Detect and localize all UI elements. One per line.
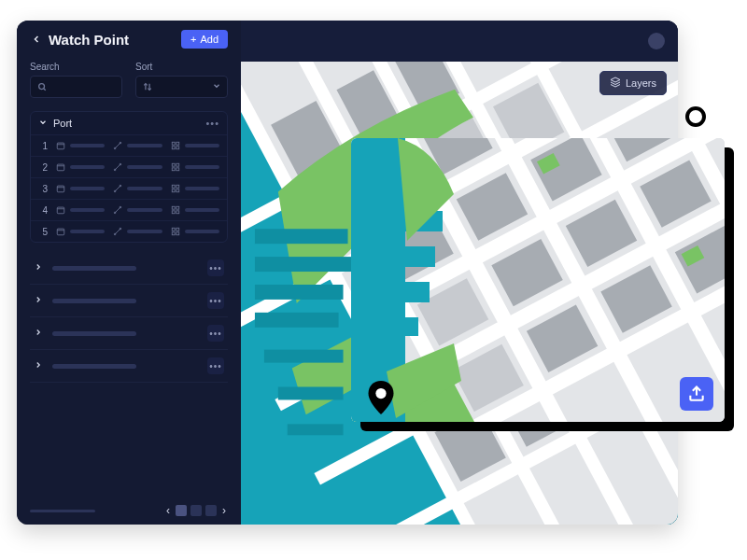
- route-icon: [112, 140, 123, 151]
- back-icon[interactable]: [30, 33, 43, 46]
- more-icon[interactable]: •••: [207, 357, 224, 374]
- group-header[interactable]: Port •••: [31, 112, 227, 134]
- svg-rect-16: [172, 163, 175, 166]
- sort-filter: Sort: [135, 62, 228, 98]
- group-port: Port ••• 1 2 3 4: [30, 111, 228, 243]
- chevron-right-icon: [34, 360, 45, 371]
- svg-rect-80: [288, 424, 344, 435]
- svg-rect-119: [351, 351, 402, 368]
- table-row[interactable]: 5: [31, 220, 227, 242]
- popout-card[interactable]: [351, 138, 725, 422]
- svg-rect-24: [172, 185, 175, 188]
- svg-rect-33: [176, 206, 178, 209]
- grid-icon: [170, 226, 181, 237]
- page-prev-icon[interactable]: ‹: [164, 504, 172, 517]
- placeholder-bar: [127, 144, 162, 147]
- svg-rect-17: [176, 163, 178, 166]
- add-button[interactable]: + Add: [181, 30, 228, 49]
- placeholder-bar: [70, 144, 105, 147]
- svg-line-1: [44, 89, 46, 91]
- placeholder-bar: [185, 144, 219, 147]
- sidebar-header: Watch Point + Add: [30, 30, 228, 49]
- table-row[interactable]: 3: [31, 177, 227, 199]
- group-collapsed[interactable]: •••: [30, 317, 228, 350]
- svg-rect-27: [176, 189, 178, 192]
- svg-rect-75: [255, 257, 358, 272]
- route-icon: [112, 161, 123, 173]
- placeholder-bar: [30, 510, 95, 512]
- svg-rect-35: [176, 211, 178, 214]
- sidebar: Watch Point + Add Search Sort: [17, 21, 241, 525]
- svg-rect-74: [255, 229, 348, 244]
- chevron-right-icon: [34, 328, 45, 339]
- svg-rect-40: [172, 228, 175, 231]
- chevron-down-icon: [212, 81, 221, 92]
- export-button[interactable]: [680, 377, 713, 411]
- svg-rect-34: [172, 211, 175, 214]
- more-icon[interactable]: •••: [207, 325, 224, 342]
- search-label: Search: [30, 62, 122, 72]
- row-index: 1: [38, 141, 48, 151]
- svg-point-120: [375, 388, 386, 399]
- share-icon: [687, 385, 706, 403]
- avatar[interactable]: [648, 33, 665, 49]
- group-collapsed[interactable]: •••: [30, 252, 228, 285]
- svg-rect-10: [172, 147, 175, 149]
- svg-rect-36: [57, 229, 64, 235]
- table-row[interactable]: 1: [31, 134, 227, 156]
- layers-button[interactable]: Layers: [599, 71, 667, 95]
- add-button-label: Add: [200, 34, 218, 45]
- svg-rect-8: [172, 142, 175, 145]
- svg-rect-77: [255, 313, 339, 328]
- sort-label: Sort: [135, 62, 228, 72]
- svg-rect-28: [57, 207, 64, 214]
- svg-rect-116: [351, 246, 435, 267]
- table-row[interactable]: 4: [31, 199, 227, 220]
- page-dot[interactable]: [190, 505, 202, 516]
- svg-rect-76: [255, 285, 344, 300]
- more-icon[interactable]: •••: [207, 292, 224, 309]
- row-index: 5: [38, 227, 48, 237]
- calendar-icon: [55, 204, 66, 216]
- page-title: Watch Point: [49, 32, 176, 48]
- route-icon: [112, 204, 123, 216]
- sort-select[interactable]: [135, 76, 228, 98]
- svg-rect-41: [176, 228, 178, 231]
- calendar-icon: [55, 226, 66, 237]
- row-index: 3: [38, 184, 48, 194]
- page-next-icon[interactable]: ›: [220, 504, 228, 517]
- plus-icon: +: [190, 34, 196, 45]
- svg-rect-12: [57, 164, 64, 171]
- route-icon: [112, 183, 123, 194]
- page-dot[interactable]: [205, 505, 217, 516]
- grid-icon: [170, 140, 181, 151]
- svg-rect-19: [176, 168, 178, 171]
- grid-icon: [170, 183, 181, 194]
- group-title: Port: [53, 118, 72, 129]
- popout-map: [351, 138, 725, 422]
- drag-handle[interactable]: [685, 106, 706, 127]
- search-icon: [36, 81, 48, 92]
- row-index: 2: [38, 162, 48, 173]
- grid-icon: [170, 161, 181, 173]
- search-input[interactable]: [30, 76, 122, 98]
- svg-rect-43: [176, 232, 178, 235]
- calendar-icon: [55, 183, 66, 194]
- group-collapsed[interactable]: •••: [30, 285, 228, 317]
- map-pin-icon[interactable]: [368, 381, 394, 414]
- svg-rect-26: [172, 189, 175, 192]
- svg-rect-118: [351, 317, 418, 336]
- more-icon[interactable]: •••: [207, 259, 224, 276]
- svg-rect-18: [172, 168, 175, 171]
- row-index: 4: [38, 205, 48, 216]
- svg-rect-79: [278, 387, 344, 400]
- group-more-icon[interactable]: •••: [205, 118, 219, 129]
- grid-icon: [170, 204, 181, 216]
- route-icon: [112, 226, 123, 237]
- filters: Search Sort: [30, 62, 228, 98]
- chevron-right-icon: [34, 295, 45, 306]
- svg-marker-81: [611, 77, 620, 82]
- table-row[interactable]: 2: [31, 156, 227, 177]
- group-collapsed[interactable]: •••: [30, 350, 228, 383]
- page-dot[interactable]: [176, 505, 187, 516]
